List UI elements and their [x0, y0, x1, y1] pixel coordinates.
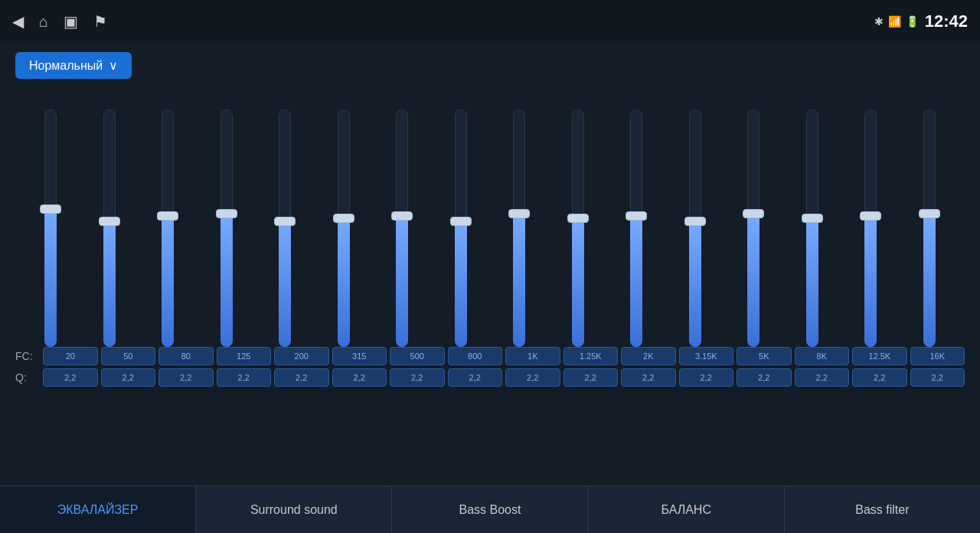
slider-track-container-13	[802, 110, 823, 347]
slider-track-container-6	[391, 110, 413, 347]
slider-handle-8[interactable]	[508, 209, 530, 218]
fc-badge-14[interactable]: 12.5K	[852, 347, 907, 365]
slider-fill-9	[572, 214, 584, 347]
fc-badge-0[interactable]: 20	[43, 347, 98, 365]
home-button[interactable]: ⌂	[39, 13, 48, 31]
q-badge-13[interactable]: 2,2	[795, 368, 850, 387]
q-badge-4[interactable]: 2,2	[274, 368, 329, 387]
slider-handle-4[interactable]	[274, 217, 296, 226]
fc-section: FC: 2050801252003155008001K1.25K2K3.15K5…	[15, 347, 965, 365]
wifi-icon: 📶	[888, 15, 901, 28]
tab-surround-sound[interactable]: Surround sound	[196, 486, 392, 533]
slider-fill-2	[162, 211, 174, 347]
q-badge-9[interactable]: 2,2	[564, 368, 619, 387]
slider-handle-11[interactable]	[684, 217, 706, 226]
q-badge-1[interactable]: 2,2	[101, 368, 156, 387]
slider-fill-13	[806, 214, 818, 347]
slider-track-container-15	[919, 110, 940, 347]
q-badge-8[interactable]: 2,2	[505, 368, 560, 387]
fc-badge-15[interactable]: 16K	[910, 347, 965, 365]
slider-fill-6	[396, 211, 408, 347]
tab-bass-boost[interactable]: Bass Boost	[392, 486, 588, 533]
slider-track-container-5	[333, 110, 354, 347]
slider-channel-5	[315, 110, 374, 347]
slider-handle-5[interactable]	[333, 214, 354, 223]
slider-handle-7[interactable]	[450, 217, 472, 226]
slider-handle-10[interactable]	[626, 211, 647, 221]
slider-track-container-3	[216, 110, 237, 347]
slider-fill-7	[455, 217, 467, 348]
window-button[interactable]: ▣	[64, 12, 78, 31]
q-badge-6[interactable]: 2,2	[390, 368, 445, 387]
slider-handle-1[interactable]	[99, 217, 120, 226]
slider-handle-13[interactable]	[802, 214, 823, 223]
slider-handle-2[interactable]	[157, 211, 178, 221]
fc-badge-2[interactable]: 80	[158, 347, 214, 365]
slider-channel-9	[549, 110, 608, 347]
fc-badge-5[interactable]: 315	[332, 347, 387, 365]
slider-channel-4	[256, 110, 315, 347]
slider-fill-12	[747, 209, 760, 347]
slider-channel-10	[607, 110, 666, 347]
slider-fill-10	[630, 211, 642, 347]
fc-badge-12[interactable]: 5K	[737, 347, 792, 365]
fc-badge-9[interactable]: 1.25K	[564, 347, 619, 365]
fc-label: FC:	[15, 350, 43, 362]
preset-button[interactable]: Нормальный ∨	[15, 52, 132, 79]
q-badge-5[interactable]: 2,2	[332, 368, 387, 387]
slider-fill-3	[220, 209, 233, 347]
q-badge-2[interactable]: 2,2	[158, 368, 214, 387]
tab-эквалайзер[interactable]: ЭКВАЛАЙЗЕР	[0, 486, 196, 533]
top-bar: ◀ ⌂ ▣ ⚑ ✱ 📶 🔋 12:42	[0, 0, 980, 43]
battery-icon: 🔋	[906, 15, 919, 28]
slider-track-container-7	[450, 110, 472, 347]
slider-channel-15	[900, 110, 959, 347]
fc-badge-7[interactable]: 800	[448, 347, 503, 365]
tab-баланс[interactable]: БАЛАНС	[589, 486, 785, 533]
flag-button[interactable]: ⚑	[93, 12, 107, 31]
clock: 12:42	[925, 11, 968, 31]
q-badge-11[interactable]: 2,2	[679, 368, 734, 387]
q-badge-14[interactable]: 2,2	[852, 368, 907, 387]
q-badge-3[interactable]: 2,2	[217, 368, 272, 387]
slider-handle-14[interactable]	[860, 211, 881, 221]
fc-badge-1[interactable]: 50	[101, 347, 156, 365]
fc-badges: 2050801252003155008001K1.25K2K3.15K5K8K1…	[43, 347, 965, 365]
slider-track-container-4	[274, 110, 296, 347]
slider-handle-15[interactable]	[919, 209, 940, 218]
q-badge-15[interactable]: 2,2	[910, 368, 965, 387]
fc-badge-10[interactable]: 2K	[621, 347, 676, 365]
slider-handle-0[interactable]	[40, 204, 61, 214]
slider-channel-6	[373, 110, 432, 347]
slider-track-container-1	[99, 110, 120, 347]
fc-badge-11[interactable]: 3.15K	[679, 347, 734, 365]
slider-fill-15	[923, 209, 936, 347]
fc-badge-8[interactable]: 1K	[505, 347, 560, 365]
slider-fill-11	[689, 217, 701, 348]
slider-fill-8	[513, 209, 525, 347]
q-badge-7[interactable]: 2,2	[448, 368, 503, 387]
slider-handle-12[interactable]	[743, 209, 764, 218]
slider-channel-3	[198, 110, 256, 347]
q-badge-12[interactable]: 2,2	[737, 368, 792, 387]
nav-buttons: ◀ ⌂ ▣ ⚑	[12, 12, 107, 31]
slider-track-container-9	[567, 110, 589, 347]
tab-bass-filter[interactable]: Bass filter	[785, 486, 980, 533]
slider-handle-9[interactable]	[567, 214, 589, 223]
q-label: Q:	[15, 371, 43, 384]
slider-track-container-2	[157, 110, 178, 347]
slider-fill-4	[279, 217, 291, 348]
fc-badge-6[interactable]: 500	[390, 347, 445, 365]
q-section: Q: 2,22,22,22,22,22,22,22,22,22,22,22,22…	[15, 368, 965, 387]
fc-badge-13[interactable]: 8K	[795, 347, 850, 365]
fc-badge-4[interactable]: 200	[274, 347, 329, 365]
q-badge-0[interactable]: 2,2	[43, 368, 98, 387]
slider-channel-1	[80, 110, 139, 347]
q-badge-10[interactable]: 2,2	[621, 368, 676, 387]
slider-handle-6[interactable]	[391, 211, 413, 221]
slider-channel-2	[139, 110, 198, 347]
slider-handle-3[interactable]	[216, 209, 237, 218]
fc-badge-3[interactable]: 125	[217, 347, 272, 365]
tab-bar: ЭКВАЛАЙЗЕРSurround soundBass BoostБАЛАНС…	[0, 486, 980, 533]
back-button[interactable]: ◀	[12, 12, 24, 31]
